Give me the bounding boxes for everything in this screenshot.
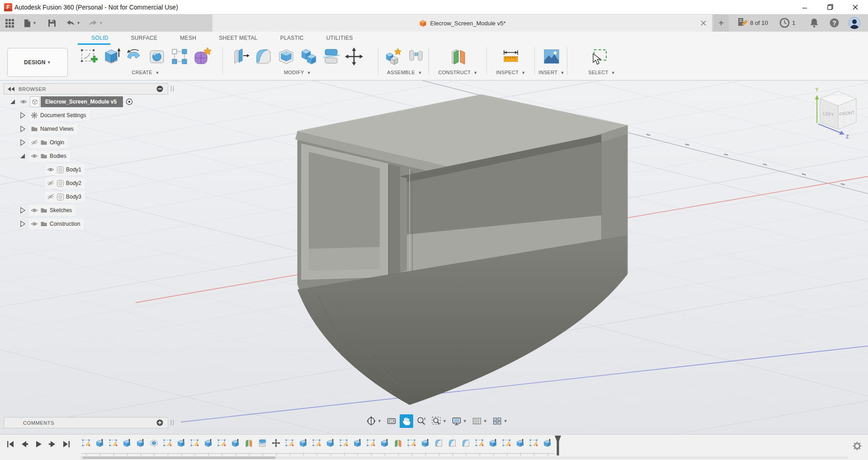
split-body-icon[interactable] [321, 45, 342, 68]
item-label[interactable]: Body3 [45, 191, 85, 202]
timeline-feature-extrude-icon[interactable] [419, 437, 432, 450]
browser-item-bodies[interactable]: Bodies [18, 150, 70, 162]
combine-icon[interactable] [298, 45, 320, 68]
job-status-button[interactable]: 8 of 10 [737, 18, 768, 28]
timeline-feature-sketch-icon[interactable] [310, 437, 324, 450]
timeline-scrollbar[interactable] [80, 456, 848, 459]
timeline-feature-extrude-icon[interactable] [202, 437, 215, 450]
ribbon-tab-solid[interactable]: SOLID [90, 33, 109, 43]
timeline-feature-fillet-icon[interactable] [432, 437, 446, 450]
item-label[interactable]: Construction [29, 218, 84, 229]
timeline-feature-extrude-icon[interactable] [120, 437, 134, 450]
shell-icon[interactable] [275, 45, 297, 68]
workspace-selector[interactable]: DESIGN▼ [7, 48, 68, 77]
timeline-feature-extrude-icon[interactable] [351, 437, 364, 450]
account-avatar[interactable] [848, 17, 861, 29]
timeline-feature-sketch-icon[interactable] [500, 437, 514, 450]
timeline-feature-extrude-icon[interactable] [297, 437, 310, 450]
comments-panel-grip[interactable] [171, 420, 174, 425]
visibility-eye-icon[interactable] [47, 180, 54, 187]
browser-panel-header[interactable]: BROWSER [4, 83, 168, 95]
expand-arrow-icon[interactable] [18, 125, 27, 133]
browser-item-named-views[interactable]: Named Views [18, 123, 77, 135]
timeline-feature-sketch-icon[interactable] [283, 437, 297, 450]
ribbon-group-label-insert[interactable]: INSERT ▼ [536, 70, 567, 75]
expand-arrow-icon[interactable] [18, 220, 27, 228]
rectangular-pattern-icon[interactable] [169, 45, 190, 68]
timeline-feature-sketch-icon[interactable] [107, 437, 120, 450]
timeline-feature-sketch-icon[interactable] [364, 437, 378, 450]
timeline-feature-sketch-icon[interactable] [80, 437, 93, 450]
file-menu-button[interactable]: ▼ [24, 17, 37, 29]
timeline-feature-sketch-icon[interactable] [188, 437, 202, 450]
visibility-eye-icon[interactable] [31, 220, 38, 228]
restore-button[interactable] [817, 0, 843, 14]
collapse-arrow-icon[interactable] [8, 98, 17, 105]
timeline-feature-extrude-icon[interactable] [134, 437, 147, 450]
model-body1[interactable] [295, 95, 627, 405]
visibility-eye-icon[interactable] [20, 98, 27, 105]
browser-item-body2[interactable]: Body2 [43, 177, 85, 189]
visibility-eye-icon[interactable] [31, 207, 38, 214]
timeline-feature-extrude-icon[interactable] [514, 437, 527, 450]
help-button[interactable]: ? [829, 18, 840, 28]
timeline-feature-extrude-icon[interactable] [93, 437, 107, 450]
skip-start-button[interactable] [5, 439, 15, 449]
play-button[interactable] [33, 439, 43, 449]
timeline-feature-sketch-icon[interactable] [161, 437, 175, 450]
timeline-feature-split-icon[interactable] [256, 437, 269, 450]
timeline-feature-sketch-icon[interactable] [215, 437, 229, 450]
look-at-button[interactable] [385, 414, 398, 428]
expand-arrow-icon[interactable] [18, 112, 27, 119]
ribbon-tab-mesh[interactable]: MESH [179, 33, 197, 43]
browser-item-construction[interactable]: Construction [18, 218, 84, 230]
ribbon-tab-plastic[interactable]: PLASTIC [279, 33, 305, 43]
minimize-button[interactable] [792, 0, 817, 14]
step-forward-button[interactable] [47, 439, 57, 449]
viewport-scene[interactable] [0, 81, 868, 434]
ribbon-tab-utilities[interactable]: UTILITIES [326, 33, 354, 43]
visibility-eye-icon[interactable] [31, 152, 38, 160]
item-label[interactable]: Named Views [29, 123, 77, 134]
browser-item-document-settings[interactable]: Document Settings [18, 109, 90, 121]
canvas-icon[interactable] [541, 45, 562, 68]
extrude-icon[interactable] [101, 45, 123, 68]
view-cube[interactable]: LEFT FRONT Y Z [809, 84, 868, 141]
item-label[interactable]: Sketches [29, 205, 75, 216]
joint-icon[interactable] [405, 45, 427, 68]
hole-icon[interactable] [146, 45, 168, 68]
expand-arrow-icon[interactable] [18, 139, 27, 146]
timeline-feature-plane-icon[interactable] [242, 437, 256, 450]
ribbon-group-label-create[interactable]: CREATE ▼ [75, 70, 216, 75]
timeline-scrollbar-thumb[interactable] [82, 456, 276, 459]
fit-button[interactable]: ▼ [429, 414, 448, 428]
notifications-button[interactable] [809, 18, 819, 28]
collapse-all-icon[interactable] [156, 85, 163, 92]
timeline-feature-sketch-icon[interactable] [527, 437, 541, 450]
display-settings-button[interactable]: ▼ [450, 414, 469, 428]
timeline-feature-plane-icon[interactable] [392, 437, 405, 450]
expand-arrow-icon[interactable] [18, 207, 27, 214]
browser-item-origin[interactable]: Origin [18, 137, 68, 148]
browser-item-body1[interactable]: Body1 [43, 164, 85, 175]
browser-item-sketches[interactable]: Sketches [18, 204, 75, 216]
ribbon-group-label-select[interactable]: SELECT ▼ [569, 70, 635, 75]
construction-plane-icon[interactable] [447, 45, 469, 68]
new-tab-button[interactable]: + [713, 14, 729, 32]
timeline-feature-extrude-icon[interactable] [229, 437, 242, 450]
item-label[interactable]: Document Settings [29, 110, 90, 121]
ribbon-group-label-construct[interactable]: CONSTRUCT ▼ [430, 70, 486, 75]
grid-settings-button[interactable]: ▼ [470, 414, 489, 428]
undo-button[interactable]: ▼ [66, 17, 80, 29]
collapse-arrow-icon[interactable] [18, 152, 27, 160]
step-back-button[interactable] [19, 439, 29, 449]
press-pull-icon[interactable] [230, 45, 252, 68]
timeline-feature-extrude-icon[interactable] [541, 437, 554, 450]
ribbon-group-label-modify[interactable]: MODIFY ▼ [225, 70, 370, 75]
timeline-position-marker[interactable] [554, 436, 561, 455]
orbit-button[interactable]: ▼ [364, 414, 383, 428]
timeline-feature-fillet-icon[interactable] [459, 437, 473, 450]
visibility-eye-icon[interactable] [47, 193, 54, 200]
ribbon-group-label-assemble[interactable]: ASSEMBLE ▼ [381, 70, 429, 75]
skip-end-button[interactable] [61, 439, 71, 449]
